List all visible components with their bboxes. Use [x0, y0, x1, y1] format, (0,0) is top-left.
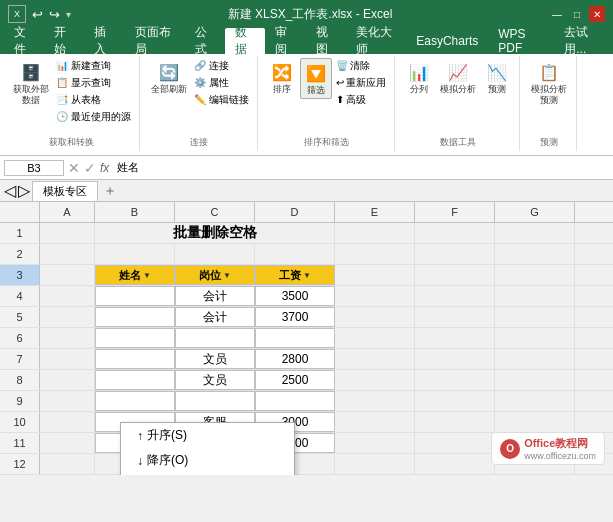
- btn-edit-links[interactable]: ✏️ 编辑链接: [192, 92, 251, 108]
- btn-properties[interactable]: ⚙️ 属性: [192, 75, 251, 91]
- col-header-d[interactable]: D: [255, 202, 335, 222]
- btn-show-query[interactable]: 📋 显示查询: [54, 75, 133, 91]
- btn-connect[interactable]: 🔗 连接: [192, 58, 251, 74]
- tab-formula[interactable]: 公式: [185, 28, 225, 54]
- filter-arrow-c3[interactable]: ▼: [223, 271, 231, 280]
- add-sheet-btn[interactable]: ＋: [100, 182, 120, 200]
- btn-forecast-sheet[interactable]: 📋 模拟分析预测: [528, 58, 570, 108]
- tab-layout[interactable]: 页面布局: [125, 28, 185, 54]
- cell-f1[interactable]: [415, 223, 495, 243]
- cell-a8[interactable]: [40, 370, 95, 390]
- cell-e8[interactable]: [335, 370, 415, 390]
- col-header-f[interactable]: F: [415, 202, 495, 222]
- cell-f9[interactable]: [415, 391, 495, 411]
- col-header-g[interactable]: G: [495, 202, 575, 222]
- cell-g1[interactable]: [495, 223, 575, 243]
- cell-c5[interactable]: 会计: [175, 307, 255, 327]
- cell-e11[interactable]: [335, 433, 415, 453]
- btn-get-external-data[interactable]: 🗄️ 获取外部数据: [10, 58, 52, 108]
- cell-e10[interactable]: [335, 412, 415, 432]
- col-header-e[interactable]: E: [335, 202, 415, 222]
- tab-home[interactable]: 开始: [44, 28, 84, 54]
- cell-a4[interactable]: [40, 286, 95, 306]
- btn-sort[interactable]: 🔀 排序: [266, 58, 298, 97]
- tab-data[interactable]: 数据: [225, 28, 265, 54]
- cell-f6[interactable]: [415, 328, 495, 348]
- cell-c2[interactable]: [175, 244, 255, 264]
- cell-f11[interactable]: [415, 433, 495, 453]
- col-header-c[interactable]: C: [175, 202, 255, 222]
- cell-f2[interactable]: [415, 244, 495, 264]
- cell-a10[interactable]: [40, 412, 95, 432]
- cell-e7[interactable]: [335, 349, 415, 369]
- cell-d8[interactable]: 2500: [255, 370, 335, 390]
- btn-from-table[interactable]: 📑 从表格: [54, 92, 133, 108]
- redo-btn[interactable]: ↪: [49, 7, 60, 22]
- col-header-a[interactable]: A: [40, 202, 95, 222]
- cell-a5[interactable]: [40, 307, 95, 327]
- cell-b9[interactable]: [95, 391, 175, 411]
- btn-refresh-all[interactable]: 🔄 全部刷新: [148, 58, 190, 97]
- cell-c6[interactable]: [175, 328, 255, 348]
- cell-f4[interactable]: [415, 286, 495, 306]
- cell-d5[interactable]: 3700: [255, 307, 335, 327]
- btn-reapply[interactable]: ↩ 重新应用: [334, 75, 389, 91]
- btn-simulate[interactable]: 📈 模拟分析: [437, 58, 479, 97]
- cell-c8[interactable]: 文员: [175, 370, 255, 390]
- cell-b4[interactable]: [95, 286, 175, 306]
- tab-trial[interactable]: 去试用...: [554, 28, 613, 54]
- cell-b5[interactable]: [95, 307, 175, 327]
- cell-g4[interactable]: [495, 286, 575, 306]
- cell-e9[interactable]: [335, 391, 415, 411]
- filter-arrow-b3[interactable]: ▼: [143, 271, 151, 280]
- btn-predict[interactable]: 📉 预测: [481, 58, 513, 97]
- undo-btn[interactable]: ↩: [32, 7, 43, 22]
- tab-file[interactable]: 文件: [4, 28, 44, 54]
- menu-item-sort-asc[interactable]: ↑ 升序(S): [121, 423, 294, 448]
- btn-filter[interactable]: 🔽 筛选: [300, 58, 332, 99]
- cell-a1[interactable]: [40, 223, 95, 243]
- cell-reference[interactable]: [4, 160, 64, 176]
- cell-f5[interactable]: [415, 307, 495, 327]
- btn-clear[interactable]: 🗑️ 清除: [334, 58, 389, 74]
- cell-b3-header[interactable]: 姓名 ▼: [95, 265, 175, 285]
- cell-b7[interactable]: [95, 349, 175, 369]
- cell-g7[interactable]: [495, 349, 575, 369]
- close-btn[interactable]: ✕: [589, 6, 605, 22]
- cell-g5[interactable]: [495, 307, 575, 327]
- sheet-tab-template[interactable]: 模板专区: [32, 181, 98, 201]
- cell-a9[interactable]: [40, 391, 95, 411]
- cell-a7[interactable]: [40, 349, 95, 369]
- cell-a11[interactable]: [40, 433, 95, 453]
- cell-a2[interactable]: [40, 244, 95, 264]
- tab-beautify[interactable]: 美化大师: [346, 28, 406, 54]
- cell-a6[interactable]: [40, 328, 95, 348]
- cell-c9[interactable]: [175, 391, 255, 411]
- tab-review[interactable]: 审阅: [265, 28, 305, 54]
- cell-d7[interactable]: 2800: [255, 349, 335, 369]
- filter-arrow-d3[interactable]: ▼: [303, 271, 311, 280]
- cell-f10[interactable]: [415, 412, 495, 432]
- cell-d9[interactable]: [255, 391, 335, 411]
- cell-g2[interactable]: [495, 244, 575, 264]
- cell-e1[interactable]: [335, 223, 415, 243]
- cell-d3-header[interactable]: 工资 ▼: [255, 265, 335, 285]
- cell-f7[interactable]: [415, 349, 495, 369]
- cell-e4[interactable]: [335, 286, 415, 306]
- sheet-nav-left[interactable]: ◁: [4, 181, 16, 200]
- tab-wpspdf[interactable]: WPS PDF: [488, 28, 554, 54]
- cell-b8[interactable]: [95, 370, 175, 390]
- cell-e3[interactable]: [335, 265, 415, 285]
- cell-g6[interactable]: [495, 328, 575, 348]
- cell-f12[interactable]: [415, 454, 495, 474]
- cell-d2[interactable]: [255, 244, 335, 264]
- cell-g9[interactable]: [495, 391, 575, 411]
- btn-new-query[interactable]: 📊 新建查询: [54, 58, 133, 74]
- cell-d6[interactable]: [255, 328, 335, 348]
- cell-e12[interactable]: [335, 454, 415, 474]
- cell-f3[interactable]: [415, 265, 495, 285]
- cell-b1-merge[interactable]: 批量删除空格: [95, 223, 335, 243]
- minimize-btn[interactable]: —: [549, 6, 565, 22]
- cell-a12[interactable]: [40, 454, 95, 474]
- cell-g3[interactable]: [495, 265, 575, 285]
